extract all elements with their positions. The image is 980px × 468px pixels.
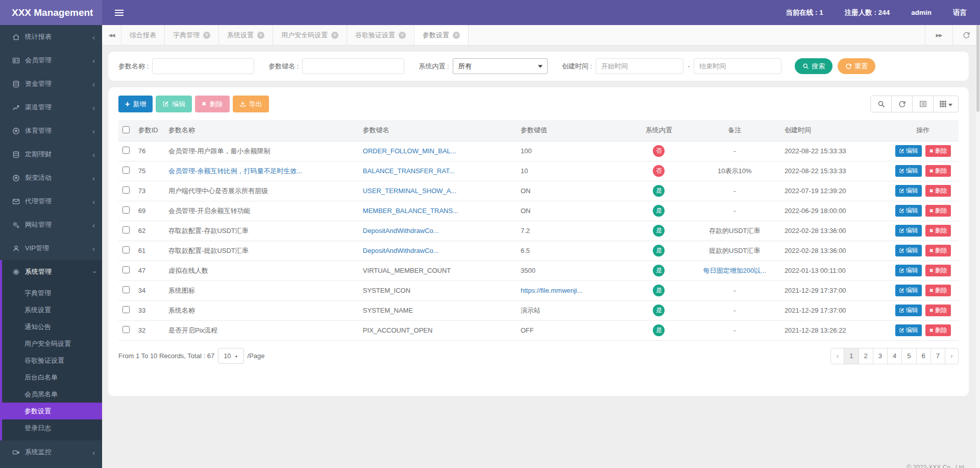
scrollbar-thumb[interactable]: [976, 25, 979, 112]
table-columns-button[interactable]: [933, 96, 959, 112]
row-edit-button[interactable]: 编辑: [895, 165, 922, 177]
cell-param-key[interactable]: ORDER_FOLLOW_MIN_BAL...: [359, 141, 517, 161]
tab-close-icon[interactable]: ×: [399, 32, 406, 39]
sidebar-item[interactable]: 会员管理 ‹: [0, 49, 102, 72]
select-all-checkbox[interactable]: [122, 126, 130, 133]
row-edit-button[interactable]: 编辑: [895, 225, 922, 237]
row-delete-button[interactable]: ✖删除: [925, 324, 950, 336]
cell-param-key[interactable]: MEMBER_BALANCE_TRANS...: [359, 201, 517, 221]
row-edit-button[interactable]: 编辑: [895, 324, 922, 336]
sidebar-item[interactable]: 定期理财 ‹: [0, 143, 102, 166]
tab-close-icon[interactable]: ×: [257, 32, 264, 39]
table-detail-view-button[interactable]: [912, 96, 934, 112]
row-checkbox[interactable]: [122, 226, 130, 233]
tab-close-icon[interactable]: ×: [203, 32, 210, 39]
row-checkbox[interactable]: [122, 266, 130, 273]
row-checkbox[interactable]: [122, 186, 130, 194]
param-key-input[interactable]: [302, 58, 404, 74]
tab[interactable]: 系统设置 ×: [219, 25, 273, 45]
page-button[interactable]: 7: [930, 348, 945, 364]
table-search-toggle-button[interactable]: [870, 96, 892, 112]
user-menu[interactable]: admin: [911, 9, 932, 16]
sidebar-item[interactable]: 统计报表 ‹: [0, 25, 102, 49]
row-checkbox[interactable]: [122, 167, 130, 174]
delete-button[interactable]: ✖删除: [195, 96, 229, 112]
tab-close-icon[interactable]: ×: [453, 32, 460, 39]
row-delete-button[interactable]: ✖删除: [925, 165, 950, 177]
page-button[interactable]: 5: [901, 348, 916, 364]
sidebar-item[interactable]: 系统监控 ‹: [0, 440, 102, 464]
start-time-input[interactable]: [596, 58, 683, 74]
builtin-select[interactable]: 所有: [453, 58, 548, 74]
cell-param-key[interactable]: BALANCE_TRANSFER_RAT...: [359, 161, 517, 181]
row-checkbox[interactable]: [122, 246, 130, 253]
hamburger-menu-icon[interactable]: [115, 10, 124, 11]
tab[interactable]: 谷歌验证设置 ×: [347, 25, 414, 45]
tabs-scroll-left-icon[interactable]: ◀◀: [102, 25, 121, 45]
sidebar-subitem[interactable]: 谷歌验证设置: [2, 352, 102, 369]
sidebar-item[interactable]: VIP管理 ‹: [0, 237, 102, 260]
next-page-button[interactable]: ›: [945, 348, 959, 364]
sidebar-subitem[interactable]: 通知公告: [2, 318, 102, 335]
sidebar-item-expanded[interactable]: 系统管理 ‹: [2, 260, 102, 284]
table-refresh-button[interactable]: [891, 96, 913, 112]
page-button[interactable]: 6: [916, 348, 931, 364]
row-delete-button[interactable]: ✖删除: [925, 225, 950, 237]
row-delete-button[interactable]: ✖删除: [925, 185, 950, 197]
prev-page-button[interactable]: ‹: [830, 348, 844, 364]
cell-remark[interactable]: 每日固定增加200以...: [689, 261, 780, 280]
sidebar-subitem[interactable]: 字典管理: [2, 285, 102, 301]
tab-close-icon[interactable]: ×: [331, 32, 338, 39]
row-checkbox[interactable]: [122, 206, 130, 214]
row-edit-button[interactable]: 编辑: [895, 265, 922, 276]
row-delete-button[interactable]: ✖删除: [925, 145, 950, 157]
row-edit-button[interactable]: 编辑: [895, 145, 922, 157]
row-delete-button[interactable]: ✖删除: [925, 265, 950, 276]
tab[interactable]: 字典管理 ×: [165, 25, 219, 45]
row-edit-button[interactable]: 编辑: [895, 205, 922, 217]
sidebar-subitem[interactable]: 用户安全码设置: [2, 335, 102, 352]
row-delete-button[interactable]: ✖删除: [925, 245, 950, 256]
row-delete-button[interactable]: ✖删除: [925, 285, 950, 296]
page-button[interactable]: 2: [859, 348, 873, 364]
row-edit-button[interactable]: 编辑: [895, 305, 922, 316]
row-delete-button[interactable]: ✖删除: [925, 205, 950, 217]
row-delete-button[interactable]: ✖删除: [925, 305, 950, 316]
page-size-select[interactable]: 10 ▲: [218, 348, 243, 364]
sidebar-subitem[interactable]: 会员黑名单: [2, 386, 102, 403]
sidebar-subitem[interactable]: 参数设置: [0, 403, 102, 419]
tabs-scroll-right-icon[interactable]: ▶▶: [925, 25, 952, 45]
sidebar-subitem[interactable]: 后台白名单: [2, 369, 102, 386]
row-checkbox[interactable]: [122, 306, 130, 313]
reset-button[interactable]: 重置: [838, 58, 875, 74]
tab[interactable]: 用户安全码设置 ×: [273, 25, 347, 45]
sidebar-item[interactable]: 代理管理 ‹: [0, 190, 102, 213]
sidebar-item[interactable]: 渠道管理 ‹: [0, 96, 102, 119]
row-edit-button[interactable]: 编辑: [895, 185, 922, 197]
vertical-scrollbar[interactable]: [976, 25, 980, 468]
tab[interactable]: 参数设置 ×: [414, 25, 469, 45]
row-edit-button[interactable]: 编辑: [895, 285, 922, 296]
export-button[interactable]: 导出: [233, 96, 269, 112]
sidebar-item[interactable]: 资金管理 ‹: [0, 72, 102, 96]
sidebar-item[interactable]: 网站管理 ‹: [0, 213, 102, 237]
add-button[interactable]: +新增: [118, 96, 153, 112]
sidebar-subitem[interactable]: 系统设置: [2, 301, 102, 318]
language-menu[interactable]: 语言: [953, 8, 967, 17]
cell-param-name[interactable]: 会员管理-余额互转比例，打码量不足时生效...: [164, 161, 359, 181]
cell-param-key[interactable]: DepositAndWithdrawCo...: [359, 221, 517, 241]
page-button[interactable]: 3: [873, 348, 888, 364]
edit-button[interactable]: 编辑: [156, 96, 192, 112]
sidebar-item[interactable]: 体育管理 ‹: [0, 119, 102, 143]
row-checkbox[interactable]: [122, 326, 130, 333]
cell-param-key[interactable]: USER_TERMINAL_SHOW_A...: [359, 181, 517, 201]
tab[interactable]: 综合报表: [121, 25, 165, 45]
param-name-input[interactable]: [152, 58, 254, 74]
end-time-input[interactable]: [694, 58, 781, 74]
row-checkbox[interactable]: [122, 286, 130, 293]
sidebar-subitem[interactable]: 登录日志: [2, 419, 102, 436]
search-button[interactable]: 搜索: [795, 58, 832, 74]
page-button[interactable]: 4: [887, 348, 902, 364]
cell-param-key[interactable]: DepositAndWithdrawCo...: [359, 241, 517, 261]
sidebar-item[interactable]: 裂变活动 ‹: [0, 166, 102, 190]
